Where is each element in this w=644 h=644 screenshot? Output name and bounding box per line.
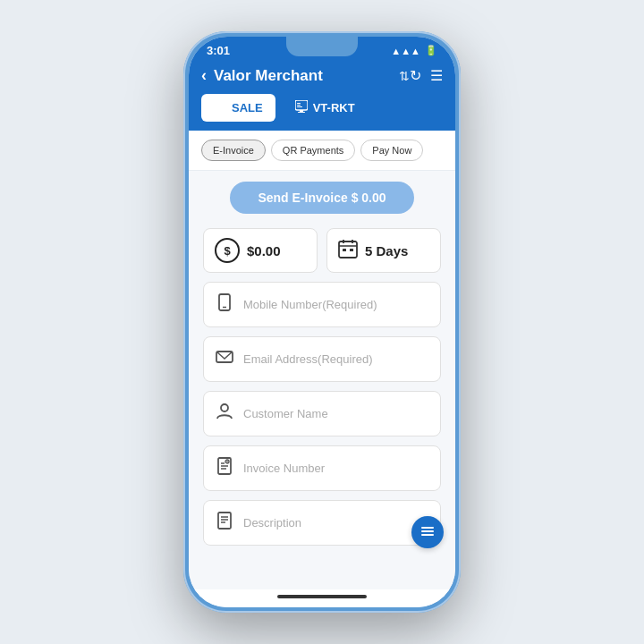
svg-rect-5 (297, 105, 301, 106)
tab-vt-rkt[interactable]: VT-RKT (283, 94, 368, 122)
status-icons: ▲▲▲ 🔋 (391, 45, 437, 56)
sub-tabs: E-Invoice QR Payments Pay Now (189, 131, 455, 171)
svg-rect-1 (214, 104, 223, 106)
tab-sale[interactable]: SALE (201, 94, 275, 122)
customer-placeholder: Customer Name (243, 407, 328, 420)
amount-box[interactable]: $ $0.00 (203, 228, 318, 273)
svg-rect-9 (339, 242, 357, 258)
description-field[interactable]: Description (203, 500, 441, 546)
svg-rect-2 (214, 107, 225, 109)
form-area: $ $0.00 (189, 221, 455, 553)
phone-screen: 3:01 ▲▲▲ 🔋 ‹ Valor Merchant ⇅ ↻ ☰ (189, 37, 455, 607)
menu-icon[interactable]: ☰ (430, 67, 443, 84)
header-title: Valor Merchant (214, 67, 395, 85)
invoice-placeholder: Invoice Number (243, 462, 325, 475)
battery-icon: 🔋 (425, 45, 437, 56)
svg-rect-7 (300, 110, 303, 112)
mobile-field[interactable]: Mobile Number(Required) (203, 282, 441, 327)
refresh-icon[interactable]: ↻ (410, 67, 421, 84)
amount-value: $0.00 (247, 243, 281, 258)
sale-tab-label: SALE (232, 101, 263, 114)
invoice-icon (215, 457, 234, 479)
svg-rect-31 (421, 530, 434, 532)
svg-point-18 (221, 404, 228, 411)
phone-frame: 3:01 ▲▲▲ 🔋 ‹ Valor Merchant ⇅ ↻ ☰ (183, 31, 461, 613)
calendar-icon (338, 239, 358, 263)
svg-rect-13 (343, 249, 346, 251)
days-box[interactable]: 5 Days (326, 228, 441, 273)
svg-rect-0 (214, 100, 226, 102)
email-placeholder: Email Address(Required) (243, 352, 373, 366)
mobile-placeholder: Mobile Number(Required) (243, 298, 377, 311)
fab-icon (420, 524, 435, 541)
phone-icon (215, 293, 234, 316)
svg-rect-32 (421, 534, 434, 536)
svg-rect-14 (350, 249, 353, 251)
svg-rect-26 (218, 513, 231, 529)
send-einvoice-button[interactable]: Send E-Invoice $ 0.00 (230, 182, 414, 214)
svg-rect-8 (298, 112, 305, 113)
person-icon (215, 402, 234, 425)
phone-notch (286, 37, 358, 56)
home-indicator (189, 589, 455, 607)
dollar-icon: $ (215, 238, 240, 263)
wifi-icon: ▲▲▲ (391, 46, 420, 56)
send-button-wrap: Send E-Invoice $ 0.00 (189, 171, 455, 221)
back-button[interactable]: ‹ (201, 66, 207, 85)
sub-tab-qr[interactable]: QR Payments (271, 140, 355, 161)
days-value: 5 Days (365, 243, 408, 258)
svg-rect-30 (421, 527, 434, 529)
paynow-label: Pay Now (372, 145, 411, 156)
status-time: 3:01 (207, 44, 230, 57)
transfer-icon[interactable]: ⇅ (399, 69, 410, 83)
tab-bar: SALE VT-RKT (189, 94, 455, 131)
svg-rect-6 (297, 106, 302, 107)
amount-row: $ $0.00 (203, 228, 441, 273)
home-bar (277, 595, 367, 598)
header-actions: ↻ ☰ (410, 67, 443, 84)
description-icon (215, 512, 234, 534)
email-field[interactable]: Email Address(Required) (203, 336, 441, 382)
einvoice-label: E-Invoice (213, 145, 254, 156)
sub-tab-einvoice[interactable]: E-Invoice (201, 140, 266, 161)
terminal-icon (295, 100, 308, 115)
description-placeholder: Description (243, 516, 301, 530)
customer-name-field[interactable]: Customer Name (203, 391, 441, 436)
fab-button[interactable] (411, 516, 444, 548)
sale-tab-icon (214, 100, 226, 115)
content-area: E-Invoice QR Payments Pay Now Send E-Inv… (189, 131, 455, 589)
invoice-number-field[interactable]: Invoice Number (203, 445, 441, 491)
sub-tab-paynow[interactable]: Pay Now (360, 140, 423, 161)
app-header: ‹ Valor Merchant ⇅ ↻ ☰ (189, 61, 455, 94)
svg-rect-15 (219, 294, 230, 310)
qr-label: QR Payments (283, 145, 343, 156)
svg-rect-4 (297, 103, 301, 104)
vt-rkt-tab-label: VT-RKT (313, 101, 355, 114)
email-icon (215, 348, 234, 370)
